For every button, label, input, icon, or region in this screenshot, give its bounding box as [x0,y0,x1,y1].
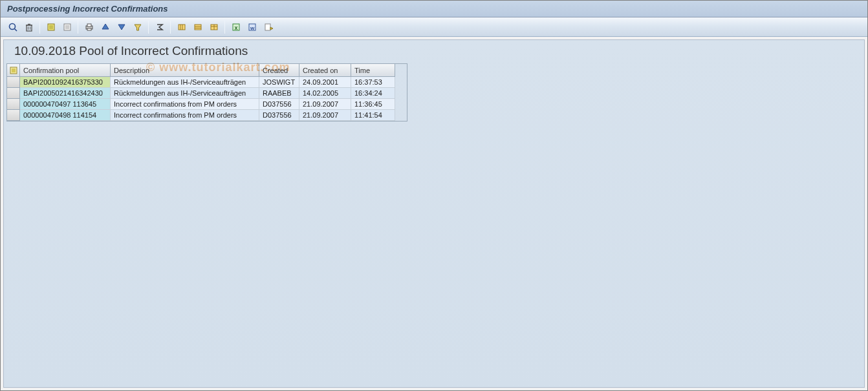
deselect-all-icon[interactable] [60,20,74,34]
cell-time: 11:36:45 [351,99,395,110]
toolbar-separator [224,21,225,34]
title-bar: Postprocessing Incorrect Confirmations [1,1,867,17]
columns-icon[interactable] [174,20,189,34]
grid-main: Confirmation poolDescriptionCreatedCreat… [20,64,407,121]
cell-desc: Rückmeldungen aus IH-/Serviceaufträgen [111,88,259,99]
sort-desc-icon[interactable] [114,20,129,34]
cell-created: D037556 [259,99,299,110]
cell-desc: Rückmeldungen aus IH-/Serviceaufträgen [111,77,259,88]
select-all-icon[interactable] [43,20,58,34]
toolbar-separator [148,21,149,34]
cell-time: 11:41:54 [351,110,395,121]
row-selector[interactable] [7,110,20,121]
column-header-pool[interactable]: Confirmation pool [20,64,111,77]
table-row[interactable]: 000000470498 114154Incorrect confirmatio… [20,110,407,121]
svg-marker-31 [270,27,273,30]
layout-icon[interactable] [206,20,221,34]
cell-pool: 000000470497 113645 [20,99,111,110]
row-selector[interactable] [7,99,20,110]
sum-icon[interactable] [152,20,167,34]
svg-rect-13 [87,28,91,30]
select-all-corner-icon[interactable] [7,64,20,77]
cell-created: RAABEB [259,88,299,99]
svg-marker-14 [102,24,109,29]
delete-icon[interactable] [21,20,36,34]
header-row: Confirmation poolDescriptionCreatedCreat… [20,64,407,77]
filter-icon[interactable] [130,20,145,34]
cell-created: JOSWIGT [259,77,299,88]
details-icon[interactable] [5,20,20,34]
window-title: Postprocessing Incorrect Confirmations [7,4,168,14]
app-window: Postprocessing Incorrect Confirmations [0,0,868,391]
svg-point-0 [9,23,15,29]
svg-rect-10 [65,25,69,29]
svg-rect-17 [179,25,185,30]
cell-time: 16:37:53 [351,77,395,88]
export-word-icon[interactable]: w [244,20,259,34]
content-area: © www.tutorialkart.com 10.09.2018 Pool o… [3,39,865,388]
export-excel-icon[interactable]: x [228,20,243,34]
print-icon[interactable] [81,20,96,34]
column-header-label: Created [263,67,288,74]
table-row[interactable]: BAPI2001092416375330Rückmeldungen aus IH… [20,77,407,88]
subtotal-icon[interactable] [190,20,205,34]
export-local-icon[interactable] [261,20,276,34]
cell-pool: BAPI2001092416375330 [20,77,111,88]
column-header-label: Created on [303,67,338,74]
sort-asc-icon[interactable] [98,20,113,34]
toolbar-separator [39,21,40,34]
column-header-created[interactable]: Created [259,64,299,77]
svg-rect-8 [49,25,53,29]
row-selector-column [7,64,20,121]
row-selector[interactable] [7,88,20,99]
cell-pool: BAPI2005021416342430 [20,88,111,99]
toolbar-separator [170,21,171,34]
svg-text:x: x [234,25,237,31]
cell-created: D037556 [259,110,299,121]
cell-createdon: 21.09.2007 [299,110,351,121]
column-header-createdon[interactable]: Created on [299,64,351,77]
svg-marker-16 [135,25,141,30]
table-row[interactable]: BAPI2005021416342430Rückmeldungen aus IH… [20,88,407,99]
table-row[interactable]: 000000470497 113645Incorrect confirmatio… [20,99,407,110]
cell-createdon: 21.09.2007 [299,99,351,110]
data-grid[interactable]: Confirmation poolDescriptionCreatedCreat… [6,63,407,122]
toolbar-separator [78,21,78,34]
svg-rect-20 [195,25,201,30]
svg-line-1 [14,28,17,31]
svg-rect-30 [265,24,270,30]
cell-desc: Incorrect confirmations from PM orders [111,99,259,110]
svg-marker-15 [118,25,125,30]
cell-createdon: 24.09.2001 [299,77,351,88]
column-header-label: Time [354,67,370,74]
section-title: 10.09.2018 Pool of Incorrect Confirmatio… [6,43,862,63]
column-header-desc[interactable]: Description [111,64,259,77]
svg-rect-33 [12,69,16,72]
svg-rect-12 [87,24,91,26]
row-selector[interactable] [7,77,20,88]
svg-text:w: w [249,25,254,31]
toolbar: x w [1,17,867,37]
cell-desc: Incorrect confirmations from PM orders [111,110,259,121]
cell-createdon: 14.02.2005 [299,88,351,99]
cell-time: 16:34:24 [351,88,395,99]
svg-rect-2 [27,25,32,31]
cell-pool: 000000470498 114154 [20,110,111,121]
column-header-label: Description [114,67,149,74]
column-header-label: Confirmation pool [23,67,79,74]
column-header-time[interactable]: Time [351,64,395,77]
